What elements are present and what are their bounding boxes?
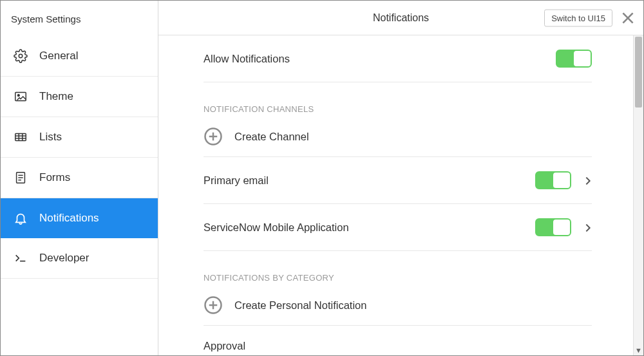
- close-button[interactable]: [619, 9, 637, 27]
- form-icon: [14, 171, 28, 185]
- scrollbar-arrow-down-icon[interactable]: ▼: [634, 346, 643, 354]
- svg-point-2: [17, 95, 19, 97]
- plus-circle-icon: [204, 127, 223, 146]
- sidebar-item-label: Forms: [39, 171, 70, 184]
- row-label: Primary email: [204, 174, 269, 187]
- sidebar-item-developer[interactable]: Developer: [1, 238, 158, 279]
- main-body: Allow Notifications NOTIFICATION CHANNEL…: [158, 35, 643, 355]
- switch-ui-button[interactable]: Switch to UI15: [544, 9, 612, 26]
- plus-circle-icon: [204, 295, 223, 315]
- section-label-channels: NOTIFICATION CHANNELS: [204, 104, 592, 114]
- main: Notifications Switch to UI15 Allow Notif…: [158, 1, 643, 355]
- svg-point-0: [19, 54, 23, 58]
- grid-icon: [14, 130, 28, 144]
- toggle-primary-email[interactable]: [535, 171, 571, 189]
- toggle-allow-notifications[interactable]: [556, 50, 592, 68]
- sidebar-item-notifications[interactable]: Notifications: [1, 198, 158, 238]
- image-icon: [14, 89, 28, 104]
- sidebar-item-theme[interactable]: Theme: [1, 77, 158, 117]
- chevron-right-icon[interactable]: [583, 176, 592, 185]
- row-category-approval[interactable]: Approval: [204, 326, 592, 355]
- create-channel-row[interactable]: Create Channel: [204, 117, 592, 157]
- row-allow-notifications: Allow Notifications: [204, 35, 592, 82]
- chevron-right-icon[interactable]: [583, 223, 592, 232]
- gear-icon: [14, 49, 28, 63]
- row-label: Approval: [204, 340, 245, 352]
- scrollbar[interactable]: ▼: [633, 35, 643, 355]
- row-channel-primary-email[interactable]: Primary email: [204, 157, 592, 204]
- sidebar-item-general[interactable]: General: [1, 36, 158, 77]
- create-channel-label: Create Channel: [234, 131, 309, 143]
- row-channel-servicenow-mobile[interactable]: ServiceNow Mobile Application: [204, 204, 592, 251]
- create-personal-notification-row[interactable]: Create Personal Notification: [204, 285, 592, 326]
- sidebar-item-label: Lists: [39, 131, 62, 144]
- section-label-categories: NOTIFICATIONS BY CATEGORY: [204, 273, 592, 283]
- sidebar-item-forms[interactable]: Forms: [1, 158, 158, 198]
- create-personal-label: Create Personal Notification: [234, 299, 366, 312]
- sidebar-title: System Settings: [1, 1, 158, 36]
- bell-icon: [14, 211, 28, 225]
- sidebar-item-label: Theme: [39, 90, 73, 103]
- sidebar-item-label: Developer: [39, 252, 90, 265]
- row-label: ServiceNow Mobile Application: [204, 221, 349, 234]
- sidebar-item-label: General: [39, 50, 78, 62]
- row-label: Allow Notifications: [204, 53, 290, 65]
- main-header: Notifications Switch to UI15: [158, 1, 643, 35]
- sidebar: System Settings General Theme Lists Form…: [1, 1, 158, 355]
- terminal-icon: [14, 251, 28, 265]
- page-title: Notifications: [373, 12, 429, 24]
- toggle-servicenow-mobile[interactable]: [535, 218, 571, 236]
- sidebar-item-label: Notifications: [39, 212, 99, 225]
- svg-rect-3: [15, 134, 26, 141]
- close-icon: [620, 10, 636, 26]
- sidebar-item-lists[interactable]: Lists: [1, 117, 158, 158]
- scrollbar-thumb[interactable]: [635, 37, 642, 108]
